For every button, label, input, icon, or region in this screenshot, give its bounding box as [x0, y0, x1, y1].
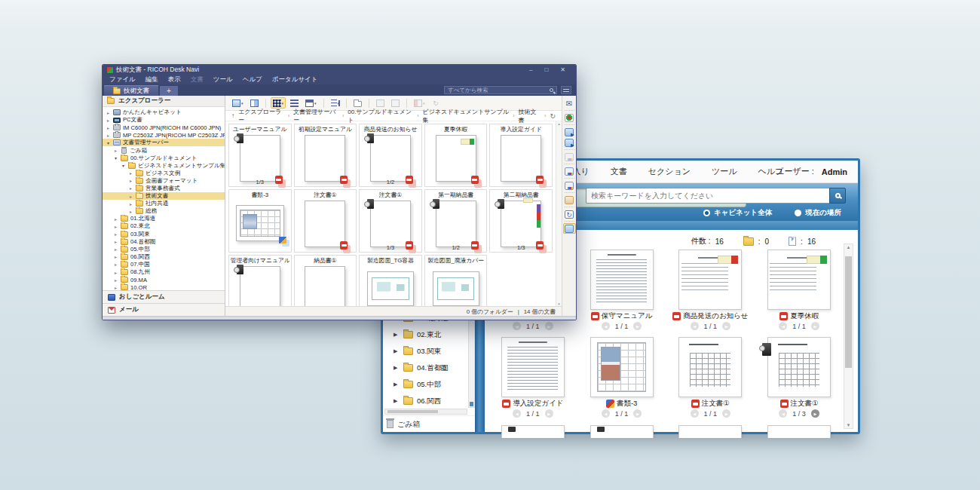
scrollbar-thumb[interactable] [845, 256, 852, 368]
expander-icon[interactable] [128, 209, 133, 214]
toolbar-button[interactable] [389, 97, 402, 109]
document-thumbnail[interactable] [767, 425, 831, 438]
next-page-button[interactable] [811, 322, 819, 330]
document-thumbnail[interactable] [590, 425, 654, 438]
tree-item[interactable]: かんたんキャビネット [103, 109, 225, 116]
expander-icon[interactable]: ▶ [394, 381, 400, 387]
expander-icon[interactable] [128, 178, 133, 183]
strip-button[interactable] [563, 209, 576, 219]
document-card[interactable]: 注文書① 1/3 [359, 189, 422, 253]
tree-item[interactable]: 09.MA [103, 276, 225, 283]
expander-icon[interactable]: ▶ [394, 398, 400, 404]
expander-icon[interactable] [106, 110, 111, 115]
tree-item[interactable]: 営業事務書式 [103, 185, 225, 192]
prev-page-button[interactable] [779, 322, 787, 330]
tree-item[interactable]: 04.首都圏 [103, 238, 225, 246]
expander-icon[interactable] [113, 247, 118, 252]
folder-tree-item[interactable]: ▶ 06.関西 [383, 393, 475, 409]
expander-icon[interactable] [113, 277, 118, 283]
menu-item[interactable]: ヘルプ [243, 75, 262, 84]
document-card[interactable]: ユーザーマニュアル 1/3 [228, 124, 292, 187]
document-card[interactable]: 注文書① [294, 189, 357, 253]
folder-tree-item[interactable]: ▶ 02.東北 [383, 326, 475, 343]
tree-item[interactable]: 総務 [103, 207, 225, 215]
toolbar-button[interactable]: ▾ [230, 97, 246, 109]
folder-tree-item[interactable]: ▶ 04.首都圏 [383, 360, 475, 376]
tree-item[interactable]: ごみ箱 [103, 146, 225, 154]
document-thumbnail[interactable] [590, 337, 654, 397]
dropdown-arrow-icon[interactable]: ▾ [241, 101, 243, 106]
expander-icon[interactable] [128, 185, 133, 191]
document-card[interactable]: 製造図面_廃液カバー [424, 255, 488, 306]
expander-icon[interactable] [106, 140, 111, 145]
document-card[interactable]: 納品書① [294, 255, 357, 306]
prev-page-button[interactable] [779, 409, 787, 418]
document-card[interactable]: 製造図面_TG容器 [359, 255, 422, 306]
tree-item[interactable]: 社内共通 [103, 200, 225, 207]
next-page-button[interactable] [633, 409, 642, 418]
maximize-button[interactable]: □ [544, 66, 548, 73]
document-card[interactable]: 導入設定ガイド 1 / 1 [494, 337, 572, 421]
expander-icon[interactable] [113, 148, 118, 153]
sidebar-horizontal-scrollbar[interactable] [384, 409, 467, 415]
document-thumbnail[interactable] [678, 425, 742, 438]
next-page-button[interactable] [722, 409, 730, 418]
menu-item[interactable]: 編集 [145, 75, 158, 84]
document-thumbnail[interactable] [240, 266, 280, 306]
content-scrollbar[interactable]: ▲ ▼ [844, 243, 853, 429]
tree-item[interactable]: 03.関東 [103, 231, 225, 238]
tree-item[interactable]: 07.中国 [103, 261, 225, 268]
prev-page-button[interactable] [513, 322, 521, 330]
menu-item[interactable]: ファイル [109, 75, 136, 84]
document-thumbnail[interactable] [370, 135, 411, 182]
document-card[interactable]: 保守マニュアル 1 / 1 [583, 250, 661, 334]
document-thumbnail[interactable] [305, 201, 345, 247]
menu-item[interactable]: ツール [213, 75, 233, 84]
tree-item[interactable]: PC文書 [103, 116, 225, 124]
dropdown-arrow-icon[interactable]: ▾ [314, 101, 317, 106]
document-thumbnail[interactable] [236, 205, 284, 241]
next-page-button[interactable] [545, 322, 553, 330]
menu-item[interactable]: セクション [648, 166, 691, 177]
prev-page-button[interactable] [513, 409, 521, 418]
prev-page-button[interactable] [602, 322, 610, 330]
document-card[interactable]: 導入設定ガイド [489, 124, 553, 187]
document-card[interactable] [583, 425, 661, 438]
document-card[interactable]: 第二期納品書 1/3 [489, 189, 553, 253]
document-thumbnail[interactable] [678, 337, 742, 397]
toolbar-button[interactable] [374, 97, 387, 109]
document-card[interactable]: 書類-3 [228, 189, 292, 253]
global-search-box[interactable]: すべてから検索 [444, 86, 557, 94]
document-thumbnail[interactable] [305, 266, 345, 306]
next-page-button[interactable] [545, 409, 553, 418]
document-card[interactable]: 第一期納品書 1/2 [424, 189, 488, 253]
tree-item[interactable]: ビジネス文例 [103, 170, 225, 177]
document-thumbnail[interactable] [433, 271, 479, 306]
toolbar-button[interactable]: ▾ [271, 97, 286, 109]
expander-icon[interactable] [128, 194, 133, 199]
search-button[interactable] [829, 188, 846, 204]
tree-item[interactable]: MP C2503Z JPN(RICOH MP C2503Z JPN) [103, 131, 225, 139]
document-thumbnail[interactable] [240, 135, 280, 182]
tree-item[interactable]: 06.関西 [103, 253, 225, 261]
expander-icon[interactable]: ▶ [394, 365, 400, 371]
add-tab-button[interactable]: + [160, 86, 178, 96]
document-card[interactable] [494, 425, 572, 438]
expander-icon[interactable] [106, 133, 111, 138]
menu-item[interactable]: 表示 [168, 75, 181, 84]
toolbar-button[interactable] [430, 97, 443, 109]
prev-page-button[interactable] [691, 322, 699, 330]
refresh-icon[interactable]: ↻ [550, 112, 556, 120]
menu-item[interactable]: ツール [712, 166, 737, 177]
tree-item[interactable]: 技術文書 [103, 192, 225, 200]
document-thumbnail[interactable] [678, 250, 742, 310]
document-thumbnail[interactable] [367, 271, 414, 306]
expander-icon[interactable]: ▶ [394, 332, 400, 338]
document-thumbnail[interactable] [436, 201, 476, 247]
strip-button[interactable] [563, 152, 576, 162]
expander-icon[interactable] [113, 231, 118, 237]
tab-active[interactable]: 技術文書 [104, 85, 158, 96]
document-thumbnail[interactable] [501, 337, 565, 397]
tree-item[interactable]: 00.サンプルドキュメント [103, 155, 225, 162]
menu-item[interactable]: 文書 [191, 75, 204, 84]
